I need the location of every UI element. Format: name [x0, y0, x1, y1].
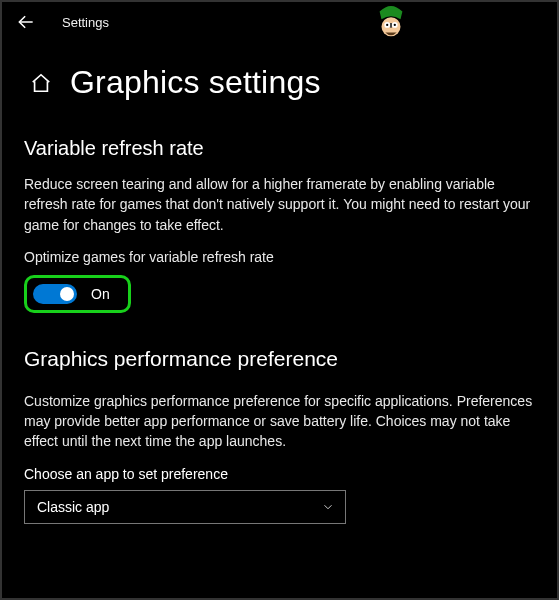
svg-point-3: [386, 24, 388, 26]
page-title: Graphics settings: [70, 64, 321, 101]
perf-section: Graphics performance preference Customiz…: [24, 347, 535, 524]
topbar-title: Settings: [62, 15, 109, 30]
vrr-toggle-state: On: [91, 286, 110, 302]
svg-point-4: [394, 24, 396, 26]
vrr-toggle-row: On: [24, 275, 131, 313]
back-button[interactable]: [14, 10, 38, 34]
home-icon[interactable]: [30, 72, 52, 94]
chevron-down-icon: [321, 500, 335, 514]
avatar-icon: [372, 4, 410, 42]
topbar: Settings: [2, 2, 557, 38]
perf-description: Customize graphics performance preferenc…: [24, 391, 535, 452]
dropdown-selected: Classic app: [37, 499, 109, 515]
app-type-dropdown[interactable]: Classic app: [24, 490, 346, 524]
content-area: Variable refresh rate Reduce screen tear…: [2, 111, 557, 524]
vrr-heading: Variable refresh rate: [24, 137, 535, 160]
vrr-toggle-label: Optimize games for variable refresh rate: [24, 249, 535, 265]
choose-app-label: Choose an app to set preference: [24, 466, 535, 482]
vrr-description: Reduce screen tearing and allow for a hi…: [24, 174, 535, 235]
vrr-toggle[interactable]: [33, 284, 77, 304]
page-header: Graphics settings: [2, 38, 557, 111]
toggle-knob: [60, 287, 74, 301]
settings-window: Settings Graphics settings Variable refr…: [0, 0, 559, 600]
perf-heading: Graphics performance preference: [24, 347, 535, 371]
svg-rect-5: [390, 23, 392, 28]
